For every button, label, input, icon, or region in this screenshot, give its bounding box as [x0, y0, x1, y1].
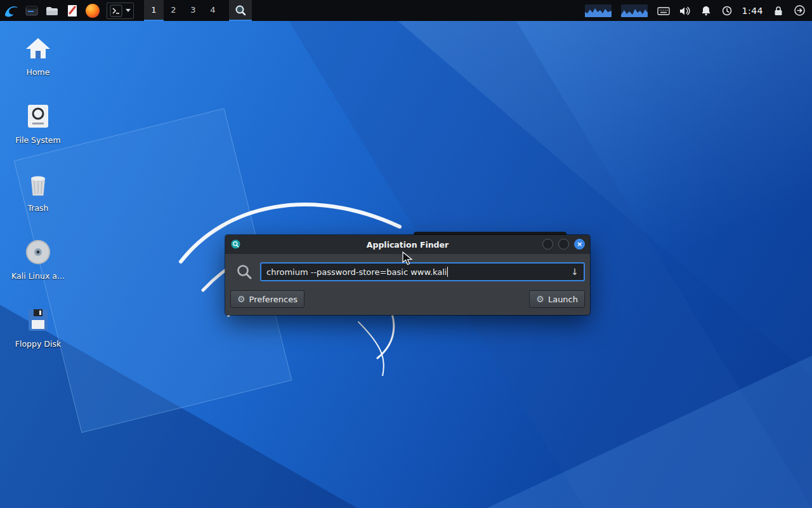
desktop-icon-home[interactable]: Home [8, 33, 69, 94]
desktop-icon-kali-cdrom[interactable]: Kali Linux a... [8, 237, 69, 298]
text-caret [447, 267, 448, 277]
terminal-icon [110, 4, 122, 17]
launch-gear-icon: ⚙ [536, 295, 544, 304]
preferences-button-label: Preferences [249, 295, 298, 304]
application-finder-window: Application Finder × chromium --password… [225, 235, 590, 315]
system-monitor-graph-2[interactable] [621, 4, 648, 17]
top-panel: 1 2 3 4 [0, 0, 812, 21]
history-dropdown-arrow[interactable]: ↓ [571, 267, 579, 277]
workspace-3[interactable]: 3 [183, 0, 203, 21]
disc-icon [23, 237, 53, 267]
lock-screen-icon[interactable] [773, 5, 784, 17]
notifications-bell-icon[interactable] [700, 5, 712, 16]
close-icon: × [577, 241, 582, 248]
desktop-icon-label: Floppy Disk [15, 339, 61, 349]
window-controls: × [542, 239, 585, 250]
updates-sync-icon[interactable] [721, 5, 733, 17]
close-button[interactable]: × [574, 239, 585, 250]
desktop-icon-label: Home [27, 67, 50, 77]
firefox-icon[interactable] [82, 0, 103, 21]
search-input[interactable]: chromium --password-store=basic www.kali… [260, 262, 585, 281]
workspace-switcher: 1 2 3 4 [144, 0, 223, 21]
window-manager-icon[interactable] [22, 0, 42, 21]
search-icon [236, 264, 253, 281]
dialog-body: chromium --password-store=basic www.kali… [225, 262, 590, 308]
desktop-icon-label: File System [15, 135, 61, 145]
maximize-button[interactable] [558, 239, 569, 250]
trash-icon [23, 169, 53, 199]
kali-menu-icon[interactable] [0, 0, 22, 21]
desktop-icon-label: Kali Linux a... [11, 271, 65, 281]
system-tray: 1:44 [585, 4, 812, 17]
keyboard-icon[interactable] [657, 6, 670, 16]
launch-button-label: Launch [548, 295, 578, 304]
home-icon [23, 33, 53, 64]
terminal-launcher[interactable] [107, 3, 134, 19]
workspace-4-label: 4 [210, 5, 215, 15]
system-monitor-graph-1[interactable] [585, 4, 612, 17]
workspace-4[interactable]: 4 [203, 0, 223, 21]
desktop-icon-trash[interactable]: Trash [8, 169, 69, 230]
desktop-icons: Home File System Trash [8, 33, 69, 373]
window-title: Application Finder [225, 240, 590, 250]
desktop-icon-floppy[interactable]: Floppy Disk [8, 305, 69, 366]
app-finder-task-icon [234, 4, 247, 17]
preferences-button[interactable]: ⚙ Preferences [230, 290, 304, 308]
drive-icon [23, 101, 53, 131]
workspace-1[interactable]: 1 [144, 0, 164, 21]
workspace-2-label: 2 [171, 5, 176, 15]
file-manager-icon[interactable] [42, 0, 62, 21]
workspace-3-label: 3 [190, 5, 195, 15]
search-input-value: chromium --password-store=basic www.kali [266, 267, 447, 277]
desktop-icon-label: Trash [27, 203, 48, 213]
minimize-button[interactable] [542, 239, 553, 250]
workspace-1-label: 1 [151, 5, 156, 15]
mouse-cursor [402, 251, 415, 267]
workspace-2[interactable]: 2 [164, 0, 183, 21]
floppy-icon [23, 305, 53, 335]
desktop-icon-file-system[interactable]: File System [8, 101, 69, 162]
volume-icon[interactable] [679, 6, 691, 16]
launch-button[interactable]: ⚙ Launch [529, 290, 585, 308]
desktop: 1 2 3 4 [0, 0, 812, 508]
taskbar-application-finder[interactable] [229, 0, 252, 21]
text-editor-icon[interactable] [62, 0, 82, 21]
terminal-dropdown-caret[interactable] [126, 9, 131, 12]
clock[interactable]: 1:44 [742, 6, 763, 16]
gear-icon: ⚙ [237, 295, 246, 304]
logout-power-icon[interactable] [794, 4, 806, 17]
